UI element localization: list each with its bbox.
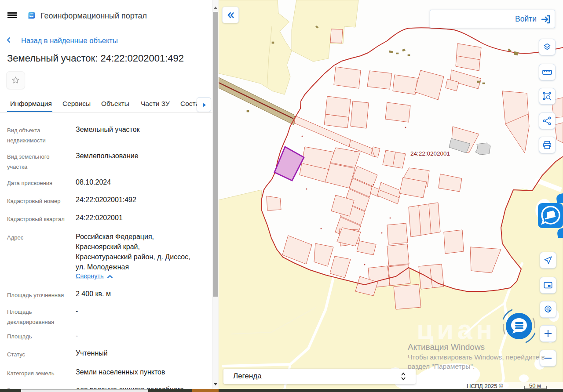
- svg-text:24:22:0202001: 24:22:0202001: [410, 150, 450, 157]
